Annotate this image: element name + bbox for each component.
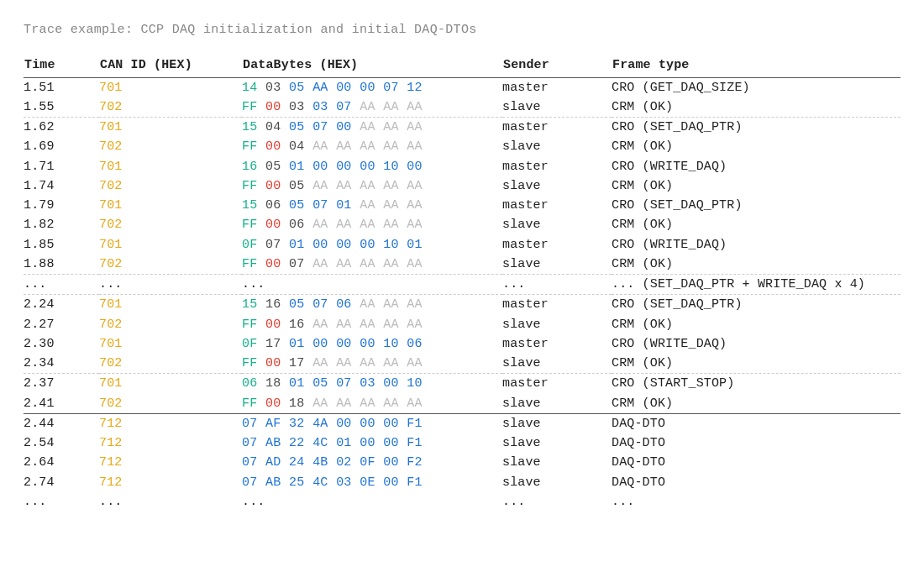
byte: FF: [242, 215, 258, 234]
trace-table: Time CAN ID (HEX) DataBytes (HEX) Sender…: [24, 55, 900, 512]
cell-time: 2.27: [24, 315, 99, 334]
byte: AA: [383, 97, 399, 117]
table-row: 2.3770106 18 01 05 07 03 00 10masterCRO …: [24, 374, 900, 394]
byte: 04: [289, 137, 305, 156]
byte: 00: [336, 118, 352, 137]
byte: 00: [312, 157, 328, 176]
cell-ftype: DAQ-DTO: [612, 413, 900, 433]
cell-sender: master: [502, 157, 612, 176]
byte: AA: [336, 354, 352, 373]
cell-canid: 702: [99, 315, 242, 334]
cell-time: 2.34: [24, 354, 99, 374]
byte: 07: [383, 78, 399, 97]
table-row: 1.7970115 06 05 07 01 AA AA AAmasterCRO …: [24, 196, 900, 215]
table-row: 1.88702FF 00 07 AA AA AA AA AAslaveCRM (…: [24, 255, 900, 275]
byte: 4C: [312, 433, 328, 453]
cell-canid: 712: [99, 453, 242, 472]
cell-time: 1.85: [24, 235, 99, 255]
cell-bytes: FF 00 06 AA AA AA AA AA: [242, 215, 502, 234]
cell-ftype: CRO (GET_DAQ_SIZE): [612, 77, 900, 97]
table-row: 1.7170116 05 01 00 00 00 10 00masterCRO …: [24, 157, 900, 176]
cell-sender: master: [502, 235, 612, 255]
cell-time: 1.82: [24, 215, 99, 234]
cell-canid: 701: [99, 235, 242, 255]
byte: 05: [289, 176, 305, 196]
cell-bytes: FF 00 17 AA AA AA AA AA: [242, 354, 502, 374]
byte: 01: [336, 433, 352, 453]
page-title: Trace example: CCP DAQ initialization an…: [24, 20, 900, 39]
byte: AA: [360, 295, 375, 314]
cell-ftype: CRM (OK): [612, 315, 900, 334]
byte: AA: [407, 196, 423, 215]
cell-sender: master: [502, 374, 612, 394]
byte: 05: [289, 295, 305, 314]
byte: AA: [407, 315, 423, 334]
byte: 0F: [242, 334, 258, 354]
byte: 00: [312, 334, 328, 354]
byte: 03: [336, 473, 352, 492]
byte: 15: [242, 118, 258, 137]
byte: AA: [336, 315, 352, 334]
byte: FF: [242, 137, 258, 156]
byte: 03: [312, 97, 328, 117]
cell-time: 2.41: [24, 394, 99, 414]
byte: AD: [265, 453, 281, 472]
cell-time: 2.74: [24, 473, 99, 492]
cell-bytes: 15 16 05 07 06 AA AA AA: [242, 295, 502, 315]
byte: AA: [336, 255, 352, 274]
byte: FF: [242, 176, 258, 196]
byte: 10: [383, 157, 399, 176]
cell-canid: 701: [99, 374, 242, 394]
cell-time: 2.44: [24, 413, 99, 433]
byte: AA: [312, 215, 328, 234]
cell-sender: ...: [502, 492, 612, 512]
byte: AA: [383, 137, 399, 156]
cell-ftype: CRM (OK): [612, 97, 900, 118]
cell-canid: 701: [99, 295, 242, 315]
byte: 00: [336, 334, 352, 354]
byte: 01: [289, 374, 305, 393]
cell-sender: ...: [502, 275, 612, 295]
byte: AA: [383, 394, 399, 413]
cell-bytes: FF 00 07 AA AA AA AA AA: [242, 255, 502, 275]
col-header-bytes: DataBytes (HEX): [242, 55, 502, 77]
cell-ftype: CRM (OK): [612, 137, 900, 156]
cell-sender: slave: [502, 176, 612, 196]
byte: AA: [407, 176, 423, 196]
table-row: 1.55702FF 00 03 03 07 AA AA AAslaveCRM (…: [24, 97, 900, 118]
cell-sender: slave: [502, 413, 612, 433]
byte: 07: [312, 118, 328, 137]
byte: FF: [242, 315, 258, 334]
byte: 00: [265, 315, 281, 334]
byte: 01: [289, 334, 305, 354]
byte: 4C: [312, 473, 328, 492]
table-row: ...............: [24, 492, 900, 512]
byte: AA: [407, 394, 423, 413]
byte: 06: [407, 334, 423, 354]
byte: 07: [336, 97, 352, 117]
cell-canid: 702: [99, 97, 242, 118]
table-row: 2.4471207 AF 32 4A 00 00 00 F1slaveDAQ-D…: [24, 413, 900, 433]
cell-bytes: FF 00 04 AA AA AA AA AA: [242, 137, 502, 156]
table-row: 1.857010F 07 01 00 00 00 10 01masterCRO …: [24, 235, 900, 255]
cell-sender: master: [502, 118, 612, 138]
byte: AA: [312, 176, 328, 196]
byte: 01: [407, 235, 423, 255]
byte: 05: [312, 374, 328, 393]
byte: AA: [383, 118, 399, 137]
byte: 05: [265, 157, 281, 176]
byte: 16: [265, 295, 281, 314]
byte: 00: [360, 433, 375, 453]
cell-ftype: DAQ-DTO: [612, 433, 900, 453]
table-row: 2.34702FF 00 17 AA AA AA AA AAslaveCRM (…: [24, 354, 900, 374]
cell-sender: slave: [502, 473, 612, 492]
cell-bytes: FF 00 18 AA AA AA AA AA: [242, 394, 502, 414]
byte: 12: [407, 78, 423, 97]
byte: FF: [242, 394, 258, 413]
col-header-ftype: Frame type: [612, 55, 900, 77]
cell-time: 1.62: [24, 118, 99, 138]
byte: AA: [360, 176, 375, 196]
cell-sender: slave: [502, 433, 612, 453]
byte: 00: [265, 215, 281, 234]
byte: 18: [289, 394, 305, 413]
